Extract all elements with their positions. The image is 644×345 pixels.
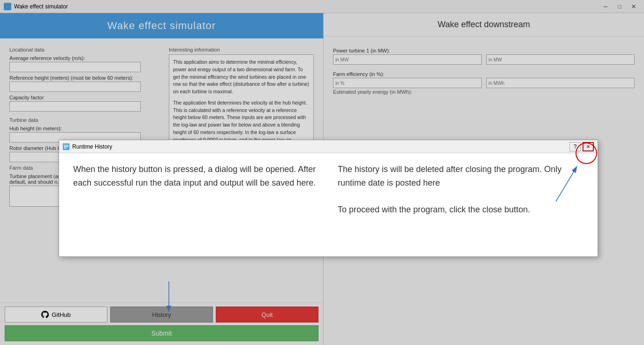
dialog-titlebar: Runtime History ? × <box>59 140 598 153</box>
dialog-help-button[interactable]: ? <box>569 142 581 151</box>
dialog-right-text-1: The history is will be deleted after clo… <box>338 163 583 190</box>
dialog-title-left: Runtime History <box>63 143 112 150</box>
dialog-left-text-content: When the history button is pressed, a di… <box>73 165 316 188</box>
runtime-history-dialog: Runtime History ? × When the history but… <box>59 140 598 257</box>
dialog-overlay: Runtime History ? × When the history but… <box>0 0 644 345</box>
dialog-left-text: When the history button is pressed, a di… <box>73 163 319 190</box>
dialog-right-text-2: To proceed with the program, click the c… <box>338 203 583 217</box>
dialog-icon <box>63 143 69 150</box>
dialog-title-text: Runtime History <box>72 143 112 150</box>
dialog-controls: ? × <box>569 142 594 151</box>
dialog-close-button[interactable]: × <box>583 142 594 151</box>
svg-rect-2 <box>64 146 68 147</box>
svg-rect-3 <box>64 148 67 149</box>
dialog-right-text: The history is will be deleted after clo… <box>338 163 583 217</box>
svg-rect-1 <box>64 145 68 146</box>
dialog-content: When the history button is pressed, a di… <box>59 153 598 256</box>
